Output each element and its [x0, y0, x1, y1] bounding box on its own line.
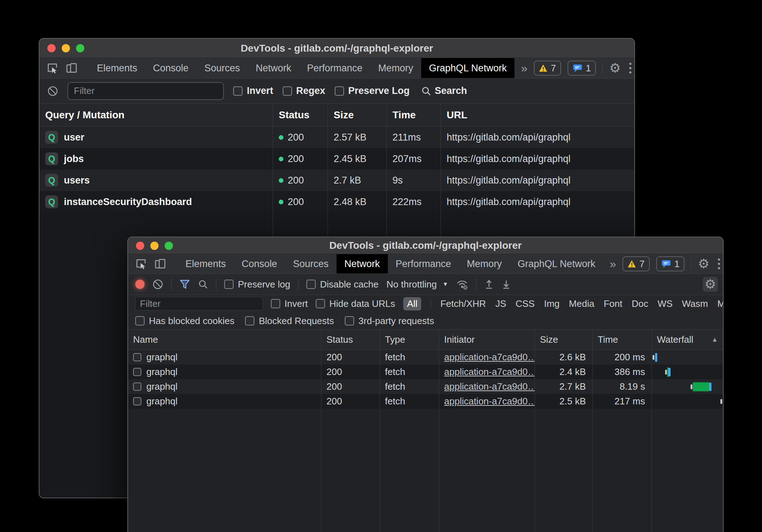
table-row[interactable]: graphql 200 fetch application-a7ca9d0… 2…: [128, 350, 723, 365]
col-time[interactable]: Time: [386, 104, 441, 126]
col-status[interactable]: Status: [321, 330, 380, 350]
type-filter-js[interactable]: JS: [495, 298, 506, 309]
row-checkbox[interactable]: [133, 353, 141, 361]
table-row[interactable]: graphql 200 fetch application-a7ca9d0… 2…: [128, 365, 723, 379]
table-row[interactable]: graphql 200 fetch application-a7ca9d0… 2…: [128, 394, 723, 409]
warnings-badge[interactable]: 7: [534, 61, 561, 76]
type-filter-ws[interactable]: WS: [658, 298, 673, 309]
type-filter-doc[interactable]: Doc: [632, 298, 648, 309]
type-filter-media[interactable]: Media: [569, 298, 594, 309]
hide-data-urls-checkbox-group[interactable]: Hide data URLs: [316, 298, 395, 309]
table-row[interactable]: Quser 200 2.57 kB 211ms https://gitlab.c…: [39, 127, 634, 148]
tab-sources[interactable]: Sources: [285, 254, 337, 274]
type-filter-font[interactable]: Font: [604, 298, 622, 309]
tab-performance[interactable]: Performance: [299, 58, 371, 78]
blocked-requests-checkbox-group[interactable]: Blocked Requests: [245, 315, 334, 327]
tab-elements[interactable]: Elements: [89, 58, 145, 78]
tab-graphql-network[interactable]: GraphQL Network: [510, 254, 603, 274]
clear-icon[interactable]: [47, 86, 58, 96]
filter-funnel-icon[interactable]: [179, 279, 190, 289]
issues-badge[interactable]: 1: [656, 256, 685, 271]
preserve-log-checkbox[interactable]: [335, 86, 344, 96]
tab-performance[interactable]: Performance: [388, 254, 459, 274]
tab-network[interactable]: Network: [337, 254, 388, 274]
type-filter-fetch-xhr[interactable]: Fetch/XHR: [440, 298, 486, 309]
col-size[interactable]: Size: [535, 330, 592, 350]
import-har-icon[interactable]: [484, 279, 494, 290]
type-filter-img[interactable]: Img: [544, 298, 559, 309]
col-size[interactable]: Size: [328, 104, 386, 126]
col-time[interactable]: Time: [592, 330, 652, 350]
type-filter-wasm[interactable]: Wasm: [682, 298, 708, 309]
col-waterfall[interactable]: Waterfall▲: [652, 330, 723, 350]
row-checkbox[interactable]: [133, 368, 141, 376]
type-filter-manifest[interactable]: Manifest: [718, 298, 724, 309]
third-party-requests-checkbox[interactable]: [345, 316, 354, 326]
initiator-link[interactable]: application-a7ca9d0…: [444, 366, 535, 377]
invert-checkbox-group[interactable]: Invert: [233, 85, 273, 96]
filter-input[interactable]: [135, 297, 263, 310]
kebab-menu-icon[interactable]: [627, 63, 634, 73]
search-icon[interactable]: [198, 279, 208, 289]
col-type[interactable]: Type: [380, 330, 439, 350]
hide-data-urls-checkbox[interactable]: [316, 299, 325, 308]
more-tabs-chevron-icon[interactable]: »: [603, 254, 622, 274]
regex-checkbox-group[interactable]: Regex: [283, 85, 325, 96]
regex-checkbox[interactable]: [283, 86, 292, 96]
third-party-requests-checkbox-group[interactable]: 3rd-party requests: [345, 315, 434, 327]
more-tabs-chevron-icon[interactable]: »: [514, 58, 534, 78]
tab-memory[interactable]: Memory: [459, 254, 510, 274]
preserve-log-checkbox[interactable]: [224, 280, 234, 289]
preserve-log-checkbox-group[interactable]: Preserve log: [224, 279, 290, 290]
search-group[interactable]: Search: [421, 85, 467, 96]
device-toolbar-icon[interactable]: [65, 62, 77, 74]
type-filter-all[interactable]: All: [403, 297, 422, 310]
col-query-mutation[interactable]: Query / Mutation: [39, 104, 273, 126]
network-conditions-icon[interactable]: [456, 279, 468, 290]
inspect-element-icon[interactable]: [47, 62, 58, 74]
has-blocked-cookies-checkbox[interactable]: [135, 316, 145, 326]
tab-network[interactable]: Network: [248, 58, 299, 78]
clear-icon[interactable]: [152, 279, 163, 290]
blocked-requests-checkbox[interactable]: [245, 316, 254, 326]
col-url[interactable]: URL: [441, 104, 634, 126]
preserve-log-checkbox-group[interactable]: Preserve Log: [335, 85, 410, 96]
initiator-link[interactable]: application-a7ca9d0…: [444, 396, 535, 407]
table-row[interactable]: graphql 200 fetch application-a7ca9d0… 2…: [128, 379, 723, 394]
record-button[interactable]: [135, 280, 145, 289]
tab-graphql-network[interactable]: GraphQL Network: [421, 58, 515, 78]
has-blocked-cookies-checkbox-group[interactable]: Has blocked cookies: [135, 315, 234, 327]
warnings-badge[interactable]: 7: [622, 256, 649, 271]
invert-checkbox[interactable]: [271, 299, 280, 308]
network-settings-gear-icon[interactable]: ⚙: [703, 277, 718, 292]
throttling-dropdown[interactable]: No throttling ▼: [386, 279, 448, 290]
invert-checkbox[interactable]: [233, 86, 243, 96]
tab-memory[interactable]: Memory: [370, 58, 421, 78]
disable-cache-checkbox-group[interactable]: Disable cache: [306, 279, 378, 290]
settings-gear-icon[interactable]: ⚙: [609, 62, 621, 75]
device-toolbar-icon[interactable]: [154, 258, 166, 270]
invert-checkbox-group[interactable]: Invert: [271, 298, 308, 309]
kebab-menu-icon[interactable]: [716, 258, 722, 269]
table-row[interactable]: Qusers 200 2.7 kB 9s https://gitlab.com/…: [39, 170, 634, 191]
export-har-icon[interactable]: [502, 279, 511, 290]
table-row[interactable]: QinstanceSecurityDashboard 200 2.48 kB 2…: [39, 191, 634, 213]
row-checkbox[interactable]: [133, 383, 141, 391]
col-name[interactable]: Name: [128, 330, 321, 350]
initiator-link[interactable]: application-a7ca9d0…: [444, 352, 535, 363]
tab-sources[interactable]: Sources: [197, 58, 248, 78]
col-initiator[interactable]: Initiator: [439, 330, 535, 350]
col-status[interactable]: Status: [273, 104, 328, 126]
issues-badge[interactable]: 1: [568, 61, 596, 76]
tab-console[interactable]: Console: [234, 254, 285, 274]
initiator-link[interactable]: application-a7ca9d0…: [444, 381, 535, 392]
disable-cache-checkbox[interactable]: [306, 280, 316, 289]
tab-console[interactable]: Console: [145, 58, 197, 78]
settings-gear-icon[interactable]: ⚙: [698, 257, 709, 270]
tab-elements[interactable]: Elements: [178, 254, 234, 274]
inspect-element-icon[interactable]: [135, 258, 147, 270]
table-row[interactable]: Qjobs 200 2.45 kB 207ms https://gitlab.c…: [39, 148, 634, 170]
filter-input[interactable]: [67, 82, 224, 100]
type-filter-css[interactable]: CSS: [516, 298, 535, 309]
row-checkbox[interactable]: [133, 397, 141, 405]
